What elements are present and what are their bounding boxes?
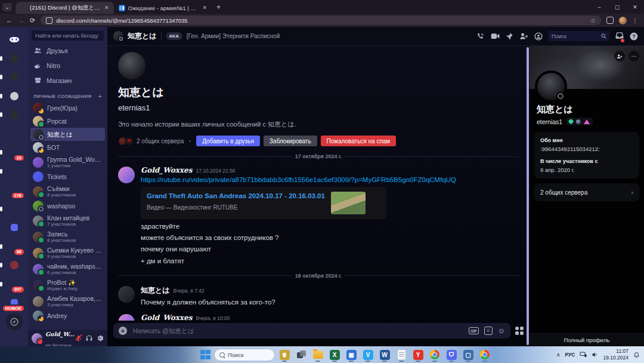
chrome[interactable] bbox=[429, 347, 441, 362]
minimize-button[interactable]: – bbox=[590, 1, 608, 13]
server-eagle-2[interactable] bbox=[6, 69, 23, 85]
block-button[interactable]: Заблокировать bbox=[264, 136, 317, 146]
notifications-bell-icon[interactable] bbox=[633, 352, 640, 358]
dm-list-item[interactable]: Popcat bbox=[30, 115, 105, 128]
back-button[interactable]: ← bbox=[6, 17, 13, 24]
profile-add-friend-icon[interactable] bbox=[614, 51, 625, 61]
report-spam-button[interactable]: Пожаловаться на спам bbox=[321, 136, 397, 146]
emoji-picker-icon[interactable]: ☺ bbox=[498, 327, 505, 334]
pin-icon[interactable] bbox=[506, 32, 513, 40]
add-friend-icon[interactable] bbox=[519, 32, 528, 40]
server-sanders-project[interactable] bbox=[6, 163, 23, 180]
server-folder-1[interactable] bbox=[6, 219, 23, 236]
discord-home[interactable] bbox=[6, 31, 23, 48]
add-friend-button[interactable]: Добавить в друзья bbox=[196, 136, 260, 146]
dm-list-item[interactable]: Сьемки Кукуево РП9 участников bbox=[30, 245, 105, 261]
profile-avatar[interactable] bbox=[535, 70, 567, 103]
mutual-server-icon[interactable] bbox=[125, 137, 133, 145]
dm-list-item[interactable]: чайник, washapso, D...6 участников bbox=[30, 261, 105, 277]
mic-muted-icon[interactable] bbox=[75, 334, 82, 342]
chat-scrollbar[interactable] bbox=[527, 47, 529, 345]
dm-list-item[interactable]: БОТ bbox=[30, 141, 105, 154]
server-flag[interactable]: 276 bbox=[6, 182, 23, 198]
excel[interactable]: X bbox=[329, 347, 340, 362]
tab-nextrp[interactable]: Ожидание - армия№1 | NEXTRP ✕ bbox=[114, 2, 212, 14]
avatar[interactable] bbox=[118, 314, 135, 321]
tray-expand-icon[interactable]: ∧ bbox=[556, 352, 561, 358]
server-eagle-1[interactable] bbox=[6, 50, 23, 67]
dm-list-item[interactable]: Andrey bbox=[30, 309, 105, 322]
server-photo-dark[interactable]: 88 bbox=[6, 238, 23, 255]
server-photo-brown[interactable]: 23 bbox=[6, 144, 23, 161]
server-folder-new[interactable]: НОВОЕ bbox=[6, 294, 23, 311]
word[interactable]: W bbox=[379, 347, 391, 362]
dm-list-item[interactable]: Запись8 участников bbox=[30, 229, 105, 245]
reload-button[interactable]: ⟳ bbox=[30, 17, 35, 24]
dm-list-item[interactable]: 知恵とは bbox=[30, 128, 105, 141]
network-icon[interactable] bbox=[580, 352, 587, 358]
avatar[interactable] bbox=[32, 333, 42, 344]
embed-thumbnail[interactable] bbox=[331, 192, 366, 214]
volume-icon[interactable] bbox=[592, 352, 598, 358]
full-profile-button[interactable]: Полный профиль bbox=[530, 333, 644, 346]
server-police[interactable] bbox=[6, 257, 23, 273]
user-profile-icon[interactable] bbox=[534, 32, 543, 41]
message-link[interactable]: https://rutube.ru/video/private/a87b71bb… bbox=[141, 176, 519, 183]
site-info-icon[interactable] bbox=[46, 17, 52, 24]
photos-app[interactable]: ▣ bbox=[345, 347, 357, 362]
close-button[interactable]: ✕ bbox=[626, 1, 644, 13]
message-input[interactable] bbox=[132, 327, 464, 335]
sidebar-item-friends[interactable]: Друзья bbox=[31, 44, 104, 57]
taskbar-clock[interactable]: 11:07 19.10.2024 bbox=[603, 348, 628, 361]
profile-more-icon[interactable]: ⋯ bbox=[628, 51, 639, 61]
language-indicator[interactable]: РУС bbox=[565, 352, 575, 358]
bookmark-star-icon[interactable]: ☆ bbox=[590, 17, 596, 24]
apps-launcher-icon[interactable] bbox=[515, 327, 524, 335]
start-button[interactable] bbox=[200, 350, 210, 360]
app-window[interactable]: ▢ bbox=[462, 347, 474, 362]
dm-list-item[interactable]: Грех(Юра) bbox=[30, 101, 105, 115]
address-bar[interactable]: discord.com/channels/@me/129654584377134… bbox=[41, 16, 601, 25]
help-icon[interactable]: ? bbox=[630, 32, 638, 41]
new-tab-button[interactable]: + bbox=[216, 3, 221, 11]
notepad[interactable] bbox=[395, 347, 407, 362]
sticker-picker-icon[interactable]: ☺ bbox=[484, 327, 493, 335]
chat-search-input[interactable]: Поиск bbox=[549, 31, 609, 41]
browser-menu-icon[interactable]: ⋮ bbox=[632, 17, 638, 24]
video-call-icon[interactable] bbox=[491, 32, 500, 40]
settings-gear-icon[interactable] bbox=[96, 334, 104, 342]
message-author[interactable]: 知恵とは bbox=[141, 285, 170, 296]
explore-servers[interactable] bbox=[6, 313, 23, 330]
headphones-icon[interactable] bbox=[85, 334, 93, 342]
dm-list-item[interactable]: Tickets bbox=[30, 170, 105, 183]
taskbar-search[interactable]: Поиск bbox=[215, 349, 274, 361]
message-author[interactable]: Gold_Woxxes bbox=[141, 166, 192, 174]
voice-call-icon[interactable] bbox=[476, 32, 485, 41]
mutual-servers-row[interactable]: 2 общих сервера › bbox=[534, 183, 639, 201]
obs-app[interactable] bbox=[479, 347, 491, 362]
create-dm-icon[interactable]: + bbox=[98, 93, 102, 100]
dm-list-item[interactable]: Группа Gold_Woxx...1 участник bbox=[30, 154, 105, 170]
message-author[interactable]: Gold_Woxxes bbox=[141, 313, 192, 321]
dm-list-item[interactable]: Клан китайцев7 участников bbox=[30, 213, 105, 229]
server-photo-tan[interactable] bbox=[6, 125, 23, 142]
search-conversation-button[interactable]: Найти или начать беседу bbox=[32, 30, 104, 41]
discord-app[interactable]: ᗜ bbox=[445, 347, 457, 362]
sidebar-item-shop[interactable]: Магазин bbox=[31, 73, 104, 87]
inbox-button[interactable] bbox=[615, 31, 624, 42]
embed-title[interactable]: Grand Theft Auto San Andreas 2024.10.17 … bbox=[147, 192, 325, 200]
avatar[interactable] bbox=[118, 167, 135, 183]
server-eagle-3[interactable] bbox=[6, 106, 23, 123]
forward-button[interactable]: → bbox=[18, 17, 24, 24]
sidebar-item-nitro[interactable]: Nitro bbox=[31, 59, 104, 72]
tab-close-icon[interactable]: ✕ bbox=[203, 5, 208, 11]
dm-list-item[interactable]: Съёмки8 участников bbox=[30, 183, 105, 199]
game-gold[interactable]: ♛ bbox=[278, 347, 290, 362]
server-dark-ring[interactable] bbox=[6, 88, 23, 104]
dm-list-item[interactable]: Алибек Казаров, БОТ3 участника bbox=[30, 293, 105, 309]
maximize-button[interactable]: ▢ bbox=[608, 1, 626, 13]
vscode[interactable]: V bbox=[362, 347, 374, 362]
yandex-browser[interactable]: Y bbox=[412, 347, 424, 362]
server-mountain[interactable]: 307 bbox=[6, 276, 23, 293]
browser-profile-avatar[interactable] bbox=[619, 17, 627, 24]
